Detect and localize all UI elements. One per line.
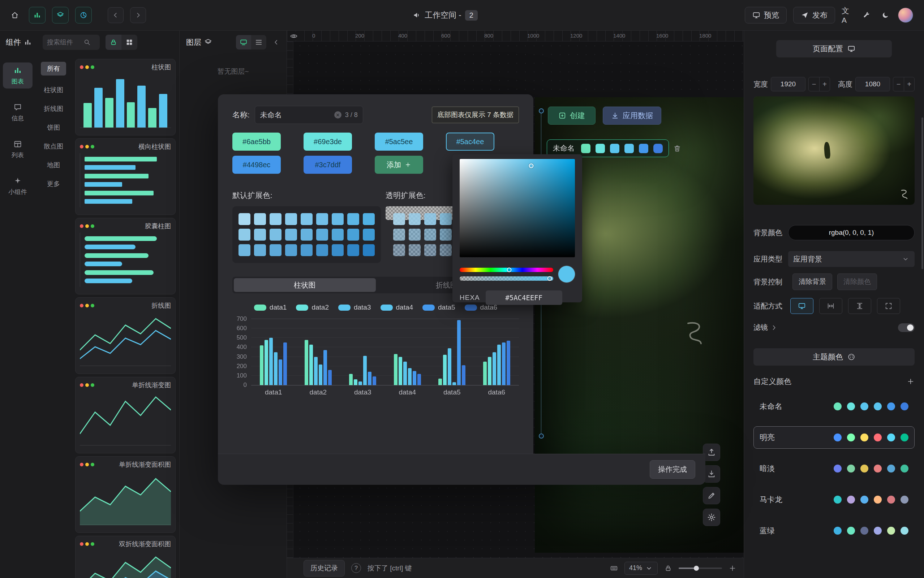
- width-input[interactable]: [771, 77, 805, 91]
- width-decrement-button[interactable]: −: [809, 77, 819, 91]
- alpha-swatch-0-1[interactable]: [409, 213, 421, 225]
- theme-name-field[interactable]: ✕ 3 / 8: [255, 106, 363, 124]
- palette-swatch-2-4[interactable]: [300, 244, 313, 256]
- edit-button[interactable]: [703, 487, 720, 504]
- language-button[interactable]: 文A: [841, 6, 854, 24]
- alpha-swatch-2-3[interactable]: [440, 244, 452, 256]
- palette-swatch-1-7[interactable]: [347, 229, 359, 240]
- category-item-3[interactable]: 饼图: [47, 123, 60, 132]
- alpha-swatch-1-2[interactable]: [424, 229, 436, 240]
- pie-mode-button[interactable]: [75, 7, 92, 23]
- lock-zoom-icon[interactable]: [664, 564, 672, 572]
- add-custom-color-button[interactable]: [907, 378, 914, 385]
- legend-item-data3[interactable]: data3: [338, 304, 371, 312]
- export-button[interactable]: [703, 443, 720, 461]
- palette-swatch-2-6[interactable]: [332, 244, 344, 256]
- shortcut-panel-icon[interactable]: [610, 564, 618, 572]
- color-chip-2[interactable]: #5ac5ee: [375, 133, 423, 151]
- palette-swatch-0-4[interactable]: [300, 213, 313, 225]
- lock-toggle-button[interactable]: [106, 35, 122, 50]
- hex-input[interactable]: [486, 291, 562, 305]
- sidebar-item-0[interactable]: 图表: [3, 62, 32, 89]
- palette-swatch-1-1[interactable]: [254, 229, 266, 240]
- alpha-swatch-2-0[interactable]: [393, 244, 405, 256]
- hue-slider[interactable]: [460, 268, 553, 272]
- search-box[interactable]: [43, 35, 100, 50]
- theme-option-马卡龙[interactable]: 马卡龙: [753, 489, 914, 511]
- palette-swatch-0-3[interactable]: [285, 213, 297, 225]
- tools-button[interactable]: [861, 11, 873, 19]
- download-button[interactable]: [703, 465, 720, 483]
- zoom-in-button[interactable]: [729, 564, 736, 572]
- height-decrement-button[interactable]: −: [893, 77, 904, 91]
- category-item-1[interactable]: 柱状图: [44, 86, 63, 94]
- saturation-cursor[interactable]: [529, 164, 533, 168]
- theme-option-明亮[interactable]: 明亮: [753, 426, 914, 449]
- alpha-swatch-1-1[interactable]: [409, 229, 421, 240]
- height-increment-button[interactable]: +: [904, 77, 914, 91]
- alpha-swatch-0-3[interactable]: [440, 213, 452, 225]
- palette-swatch-2-3[interactable]: [285, 244, 297, 256]
- panel-scrollbar[interactable]: [921, 117, 923, 269]
- layer-list-view-button[interactable]: [251, 35, 266, 49]
- hue-handle[interactable]: [507, 268, 512, 273]
- palette-swatch-0-5[interactable]: [316, 213, 328, 225]
- delete-theme-button[interactable]: [673, 144, 681, 153]
- legend-item-data2[interactable]: data2: [296, 304, 329, 312]
- palette-swatch-0-7[interactable]: [347, 213, 359, 225]
- add-color-button[interactable]: 添加: [375, 156, 423, 174]
- palette-swatch-0-6[interactable]: [332, 213, 344, 225]
- alpha-swatch-0-0[interactable]: [393, 213, 405, 225]
- category-item-4[interactable]: 散点图: [44, 142, 63, 151]
- component-card-area[interactable]: 单折线渐变面积图: [75, 456, 175, 533]
- visibility-icon[interactable]: [289, 32, 299, 41]
- page-config-button[interactable]: 页面配置: [776, 40, 892, 57]
- category-item-5[interactable]: 地图: [47, 161, 60, 169]
- clear-color-button[interactable]: 清除颜色: [837, 273, 877, 290]
- palette-swatch-1-4[interactable]: [300, 229, 313, 240]
- color-chip-1[interactable]: #69e3de: [304, 133, 352, 151]
- sidebar-item-2[interactable]: 列表: [3, 136, 32, 162]
- color-chip-3[interactable]: #5ac4ee: [446, 133, 494, 151]
- palette-swatch-1-5[interactable]: [316, 229, 328, 240]
- create-theme-button[interactable]: 创建: [548, 107, 596, 125]
- fit-width-button[interactable]: [819, 298, 842, 314]
- alpha-swatch-1-0[interactable]: [393, 229, 405, 240]
- fit-screen-button[interactable]: [790, 298, 814, 314]
- component-card-hbar[interactable]: 横向柱状图: [75, 138, 175, 215]
- palette-swatch-2-2[interactable]: [270, 244, 281, 256]
- bg-color-value[interactable]: rgba(0, 0, 0, 1): [788, 225, 914, 240]
- component-card-line2[interactable]: 单折线渐变图: [75, 377, 175, 453]
- home-button[interactable]: [11, 11, 19, 19]
- fit-stretch-button[interactable]: [877, 298, 900, 314]
- settings-button[interactable]: [703, 509, 720, 526]
- alpha-swatch-0-2[interactable]: [424, 213, 436, 225]
- preview-button[interactable]: 预览: [745, 7, 787, 23]
- palette-swatch-1-8[interactable]: [363, 229, 375, 240]
- color-chip-5[interactable]: #3c7ddf: [304, 156, 352, 174]
- zoom-slider-knob[interactable]: [694, 566, 699, 571]
- alpha-swatch-2-2[interactable]: [424, 244, 436, 256]
- clear-background-button[interactable]: 清除背景: [792, 273, 832, 290]
- palette-swatch-0-0[interactable]: [239, 213, 250, 225]
- category-item-2[interactable]: 折线图: [44, 104, 63, 113]
- palette-swatch-1-0[interactable]: [239, 229, 250, 240]
- alpha-swatch-1-3[interactable]: [440, 229, 452, 240]
- color-chip-4[interactable]: #4498ec: [232, 156, 281, 174]
- app-type-select[interactable]: 应用背景: [788, 251, 914, 267]
- palette-swatch-2-7[interactable]: [347, 244, 359, 256]
- theme-option-蓝绿[interactable]: 蓝绿: [753, 520, 914, 542]
- palette-swatch-0-2[interactable]: [270, 213, 281, 225]
- sidebar-item-1[interactable]: 信息: [3, 99, 32, 125]
- dark-mode-button[interactable]: [879, 11, 892, 19]
- zoom-slider[interactable]: [679, 568, 722, 569]
- theme-color-button[interactable]: 主题颜色: [753, 348, 914, 365]
- tab-柱状图[interactable]: 柱状图: [234, 278, 376, 292]
- sidebar-item-3[interactable]: 小组件: [3, 173, 32, 199]
- palette-swatch-1-6[interactable]: [332, 229, 344, 240]
- palette-swatch-0-8[interactable]: [363, 213, 375, 225]
- palette-swatch-2-5[interactable]: [316, 244, 328, 256]
- theme-option-未命名[interactable]: 未命名: [753, 395, 914, 417]
- palette-swatch-1-3[interactable]: [285, 229, 297, 240]
- category-item-0[interactable]: 所有: [41, 62, 66, 76]
